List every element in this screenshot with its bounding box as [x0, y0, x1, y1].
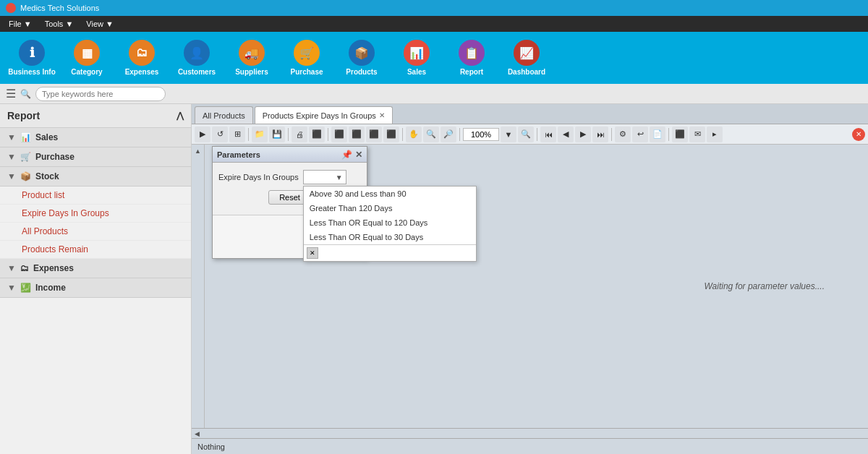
rtb-btn-back[interactable]: ↩	[632, 127, 648, 142]
purchase-section-icon: 🛒	[20, 152, 31, 162]
menu-file[interactable]: File ▼	[3, 18, 38, 30]
parameters-header: Parameters 📌 ✕	[213, 147, 367, 163]
rtb-btn-hand[interactable]: ✋	[406, 127, 422, 142]
toolbar-category[interactable]: ▦ Category	[62, 35, 111, 80]
rtb-btn-zoom-out[interactable]: 🔎	[441, 127, 456, 142]
rtb-btn-zoom-search[interactable]: 🔍	[518, 127, 534, 142]
chevron-down-icon: ▼	[7, 171, 16, 181]
dropdown-item-1[interactable]: Greater Than 120 Days	[304, 201, 476, 215]
rtb-btn-grid[interactable]: ⊞	[229, 127, 245, 142]
rtb-btn-save[interactable]: 💾	[269, 127, 285, 142]
rtb-btn-first[interactable]: ⏮	[540, 127, 556, 142]
rtb-separator-3	[328, 128, 328, 141]
scroll-up-arrow[interactable]: ▲	[193, 146, 203, 156]
rtb-btn-square4[interactable]: ⬛	[383, 127, 399, 142]
rtb-btn-square1[interactable]: ⬛	[331, 127, 347, 142]
chevron-down-icon: ▼	[7, 132, 16, 142]
toolbar-report[interactable]: 📋 Report	[447, 35, 496, 80]
rtb-btn-square3[interactable]: ⬛	[366, 127, 382, 142]
close-report-button[interactable]: ✕	[852, 128, 865, 141]
tab-close-icon[interactable]: ✕	[379, 111, 385, 119]
rtb-btn-options[interactable]: ⚙	[615, 127, 631, 142]
sidebar-item-product-list[interactable]: Product list	[0, 187, 191, 205]
rtb-btn-email[interactable]: ✉	[689, 127, 705, 142]
menu-tools[interactable]: Tools ▼	[39, 18, 80, 30]
sidebar-item-expire-days[interactable]: Expire Days In Groups	[0, 205, 191, 223]
rtb-separator-2	[288, 128, 289, 141]
parameters-title: Parameters	[217, 150, 260, 159]
hamburger-icon[interactable]: ☰	[6, 87, 16, 100]
expire-days-dropdown: Above 30 and Less than 90 Greater Than 1…	[303, 186, 477, 262]
expire-days-row: Expire Days In Groups ▼ Above 30 and Les…	[218, 170, 361, 184]
params-pin-icon[interactable]: 📌	[341, 150, 352, 160]
rtb-btn-print[interactable]: 🖨	[292, 127, 307, 142]
dropdown-item-2[interactable]: Less Than OR Equal to 120 Days	[304, 215, 476, 230]
sidebar-section-income[interactable]: ▼ 💹 Income	[0, 278, 191, 298]
dropdown-item-0[interactable]: Above 30 and Less than 90	[304, 187, 476, 201]
app-title: Medics Tech Solutions	[20, 4, 99, 12]
toolbar-dashboard[interactable]: 📈 Dashboard	[502, 35, 551, 80]
toolbar-expenses[interactable]: 🗂 Expenses	[117, 35, 166, 80]
chevron-down-icon: ▼	[7, 283, 16, 293]
toolbar-suppliers[interactable]: 🚚 Suppliers	[227, 35, 276, 80]
toolbar-sales[interactable]: 📊 Sales	[392, 35, 441, 80]
horizontal-scrollbar: ◀	[192, 428, 868, 438]
rtb-separator-6	[537, 128, 537, 141]
rtb-btn-next[interactable]: ▶	[575, 127, 591, 142]
expire-days-select[interactable]: ▼	[303, 170, 346, 184]
sidebar-section-expenses[interactable]: ▼ 🗂 Expenses	[0, 259, 191, 278]
params-close-icon[interactable]: ✕	[355, 150, 362, 160]
sidebar-item-products-remain[interactable]: Products Remain	[0, 241, 191, 259]
rtb-btn-folder[interactable]: 📁	[252, 127, 268, 142]
menu-view[interactable]: View ▼	[80, 18, 119, 30]
report-content: Parameters 📌 ✕ Expire Days In Groups	[205, 145, 868, 428]
rtb-btn-zoom-dropdown[interactable]: ▼	[501, 127, 516, 142]
zoom-input[interactable]	[463, 128, 499, 141]
rtb-btn-print2[interactable]: ⬛	[309, 127, 325, 142]
toolbar-business-info[interactable]: ℹ Business Info	[7, 35, 56, 80]
expire-days-select-wrapper: ▼ Above 30 and Less than 90 Greater Than…	[303, 170, 346, 184]
search-input[interactable]	[35, 87, 166, 101]
sidebar-section-stock[interactable]: ▼ 📦 Stock	[0, 167, 191, 187]
sidebar-section-sales[interactable]: ▼ 📊 Sales	[0, 128, 191, 147]
rtb-btn-zoom-in[interactable]: 🔍	[423, 127, 439, 142]
toolbar-purchase[interactable]: 🛒 Purchase	[282, 35, 331, 80]
rtb-btn-square5[interactable]: ⬛	[672, 127, 688, 142]
expenses-section-icon: 🗂	[20, 263, 29, 273]
main-layout: Report ⋀ ▼ 📊 Sales ▼ 🛒 Purchase ▼ 📦 Stoc…	[0, 104, 868, 454]
report-toolbar: ▶ ↺ ⊞ 📁 💾 🖨 ⬛ ⬛ ⬛ ⬛ ⬛ ✋ 🔍 🔎 ▼ 🔍 ⏮ ◀ ▶	[192, 124, 868, 145]
dropdown-item-3[interactable]: Less Than OR Equal to 30 Days	[304, 230, 476, 244]
sidebar-section-purchase[interactable]: ▼ 🛒 Purchase	[0, 147, 191, 167]
rtb-btn-last[interactable]: ⏭	[592, 127, 608, 142]
report-area: All Products Products Expire Days In Gro…	[192, 104, 868, 454]
menu-bar: File ▼ Tools ▼ View ▼	[0, 16, 868, 32]
rtb-btn-doc[interactable]: 📄	[650, 127, 665, 142]
tab-all-products[interactable]: All Products	[195, 106, 253, 124]
parameters-panel: Parameters 📌 ✕ Expire Days In Groups	[212, 146, 367, 259]
rtb-separator-1	[248, 128, 249, 141]
tab-expire-days[interactable]: Products Expire Days In Groups ✕	[255, 106, 393, 124]
tab-bar: All Products Products Expire Days In Gro…	[192, 104, 868, 124]
sales-section-label: Sales	[35, 132, 58, 142]
rtb-btn-square2[interactable]: ⬛	[349, 127, 365, 142]
left-scroll: ▲	[192, 145, 205, 428]
chevron-down-icon: ▼	[7, 263, 16, 273]
rtb-btn-more[interactable]: ▸	[707, 127, 723, 142]
stock-section-label: Stock	[35, 171, 59, 181]
rtb-separator-5	[459, 128, 460, 141]
search-icon: 🔍	[20, 89, 31, 99]
rtb-btn-refresh[interactable]: ↺	[212, 127, 228, 142]
toolbar-customers[interactable]: 👤 Customers	[172, 35, 221, 80]
expenses-section-label: Expenses	[33, 263, 74, 273]
dropdown-footer-btn[interactable]: ✕	[307, 247, 318, 259]
rtb-btn-cursor[interactable]: ▶	[195, 127, 210, 142]
scroll-left-arrow[interactable]: ◀	[195, 430, 200, 437]
rtb-btn-prev[interactable]: ◀	[558, 127, 574, 142]
params-body: Expire Days In Groups ▼ Above 30 and Les…	[213, 163, 367, 215]
rtb-separator-7	[611, 128, 612, 141]
sidebar-collapse-icon[interactable]: ⋀	[176, 111, 184, 121]
dropdown-footer: ✕	[304, 244, 476, 261]
sidebar-item-all-products[interactable]: All Products	[0, 223, 191, 241]
toolbar-products[interactable]: 📦 Products	[337, 35, 386, 80]
chevron-down-icon: ▼	[7, 152, 16, 162]
